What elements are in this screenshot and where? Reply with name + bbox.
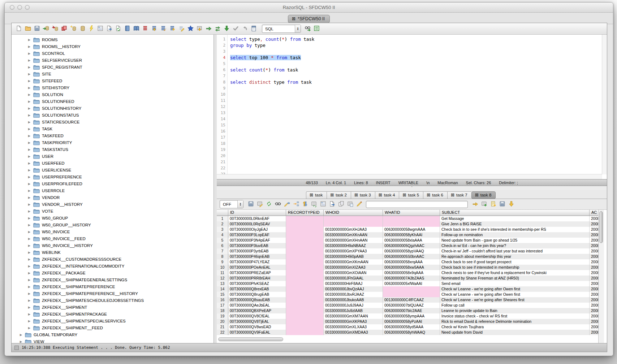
edit-filter-button[interactable] [256,200,264,208]
grid-cell[interactable]: 00T3000000P3yrbEAB [228,248,286,254]
code-line[interactable] [230,48,602,55]
grid-cell[interactable]: 2008 [590,281,599,286]
grid-cell[interactable] [286,216,324,221]
db-disconnect-button[interactable] [51,25,59,32]
grid-cell[interactable]: 00630000007blQUAAZ [383,303,440,308]
grid-row[interactable]: 100T3000000L0RknEAFGet Massage2008 [217,216,604,221]
grid-cell[interactable]: Check w/ Leanne - we're going after Shea… [440,297,590,303]
grid-cell[interactable]: 006300000058ympAAA [383,313,440,319]
disclosure-triangle-icon[interactable]: ▶ [27,148,31,151]
grid-cell[interactable] [286,303,324,308]
insert-node-button[interactable] [292,200,300,208]
grid-cell[interactable]: 0033000000GmXKPAA3 [324,319,383,324]
edit-arrow-button[interactable] [283,200,291,208]
grid-cell[interactable]: 0033000000JbvQzAAJ [324,286,383,292]
code-line[interactable] [230,91,602,98]
grid-cell[interactable] [286,308,324,313]
grid-row[interactable]: 1900T3000000QV8CfEAL0033000000GmXM7AAN00… [217,313,604,319]
statement-type-select[interactable]: SQL ▲▼ [262,25,301,33]
disclosure-triangle-icon[interactable]: ▶ [27,141,31,144]
grid-cell[interactable]: 2008 [590,330,599,335]
grid-cell[interactable]: Re-approach about membership this year [440,254,590,259]
disclosure-triangle-icon[interactable]: ▶ [27,182,31,186]
column-header-id[interactable]: ID [228,210,286,216]
disclosure-triangle-icon[interactable]: ▶ [27,93,31,96]
grid-cell[interactable]: 2008 [590,254,599,259]
grid-cell[interactable]: 0033000000JbvRJAAZ [324,292,383,297]
grid-cell[interactable]: 2008 [590,308,599,313]
grid-cell[interactable]: 0033000000GmXHJAA3 [324,227,383,232]
grid-cell[interactable]: 2008 [590,221,599,227]
grid-cell[interactable]: 00T3000000OiyJgEAJ [228,227,286,232]
grid-cell[interactable]: Check back to see if good target prospec… [440,259,590,265]
tree-item-vendor[interactable]: ▶VENDOR [12,194,213,201]
row-number-cell[interactable]: 7 [217,248,228,254]
grid-cell[interactable]: 00T3000000L0RknEAF [228,216,286,221]
row-number-cell[interactable]: 1 [217,216,228,221]
disclosure-triangle-icon[interactable]: ▶ [27,292,31,295]
column-header-whoid[interactable]: WHOID [324,210,383,216]
grid-row[interactable]: 1100T3000000PREZaEAP0033000000GmXOiAAN00… [217,270,604,276]
grid-cell[interactable]: 0033000000GmXMDAA3 [324,330,383,335]
grid-row[interactable]: 1800T3000000QBXPeEAP0033000000Ju9zlAAB00… [217,308,604,313]
disclosure-triangle-icon[interactable]: ▶ [27,326,31,330]
grid-cell[interactable]: 00630000005S0bnAAC [383,254,440,259]
editor-horizontal-scrollbar[interactable] [217,174,602,179]
close-tab-icon[interactable]: ⊠ [330,193,334,197]
disclosure-triangle-icon[interactable]: ▶ [27,113,31,117]
db-connect-button[interactable] [42,25,50,32]
view-glasses-button[interactable] [274,200,282,208]
split-divider[interactable] [214,35,217,343]
list-red-button[interactable] [142,25,149,32]
grid-cell[interactable]: 00T3000000PREZaEAP [228,270,286,276]
clipboard-button[interactable] [250,25,258,32]
row-number-cell[interactable]: 5 [217,238,228,243]
list-export-button[interactable] [151,25,158,32]
code-line[interactable] [230,122,602,128]
form-button[interactable] [319,200,327,208]
grid-cell[interactable]: 006300000058yhWAAQ [383,330,440,335]
result-tab-task-7[interactable]: ⊠task 7 [447,191,471,199]
row-number-cell[interactable]: 12 [217,276,228,281]
tree-item-w50_group[interactable]: ▶W50_GROUP [12,214,213,221]
grid-cell[interactable]: Check nexis to see if they've found a re… [440,270,590,276]
close-window-button[interactable] [10,5,14,10]
grid-row[interactable]: 400T3000000P3LopEAF0033000000GmXKnAAN006… [217,232,604,238]
tree-item-zkfedex__internationalcommodity[interactable]: ▶ZKFEDEX__INTERNATIONALCOMMODITY [12,263,213,269]
result-tab-task-3[interactable]: ⊠task 3 [351,191,375,199]
disclosure-triangle-icon[interactable]: ▶ [27,52,31,55]
grid-cell[interactable]: 0033000000Ju9zlAAB [324,308,383,313]
disclosure-triangle-icon[interactable]: ▶ [27,86,31,90]
grid-cell[interactable]: 0033000000GmXOiAAN [324,270,383,276]
grid-cell[interactable]: 00630000005QgzhAAC [383,243,440,248]
down-arrow-button[interactable] [223,25,230,32]
grid-cell[interactable]: Check w/ Leanne - we're going after Owen… [440,286,590,292]
grid-cell[interactable]: 0033000000GmXHnAAN [324,238,383,243]
sql-editor[interactable]: 1234567891011121314151617181920212223 se… [217,35,607,179]
result-tab-task-4[interactable]: ⊠task 4 [375,191,399,199]
swap-arrows-button[interactable] [214,25,221,32]
disclosure-triangle-icon[interactable]: ▶ [27,168,31,172]
close-tab-icon[interactable]: ⊠ [310,193,313,197]
page-export-button[interactable] [328,200,336,208]
tree-item-zkfedex__shipmatepreference[interactable]: ▶ZKFEDEX__SHIPMATEPREFERENCE [12,283,213,290]
grid-row[interactable]: 1000T3000000POeAnEAL0033000000GmXIZAA300… [217,265,604,270]
grid-cell[interactable]: 0033000000GmXKnAAN [324,232,383,238]
disclosure-triangle-icon[interactable]: ▶ [27,209,31,213]
commit-check-button[interactable] [232,25,240,32]
disclosure-triangle-icon[interactable]: ▶ [27,107,31,110]
disclosure-triangle-icon[interactable]: ▶ [27,38,31,42]
disclosure-triangle-icon[interactable]: ▶ [27,264,31,268]
tree-item-sfdc_registrant[interactable]: ▶SFDC_REGISTRANT [12,64,213,70]
grid-cell[interactable] [286,243,324,248]
column-header-whatid[interactable]: WHATID [383,210,440,216]
grid-cell[interactable]: 2008 [590,324,599,330]
tree-item-userpreference[interactable]: ▶USERPREFERENCE [12,173,213,180]
save-button[interactable] [33,25,41,32]
grid-cell[interactable] [286,297,324,303]
disclosure-triangle-icon[interactable]: ▶ [27,100,31,103]
grid-cell[interactable]: 0033000000H9i0pAAB [324,254,383,259]
grid-vscroll-thumb[interactable] [599,211,603,243]
tree-item-scontrol[interactable]: ▶SCONTROL [12,50,213,57]
tree-item-solution[interactable]: ▶SOLUTION [12,91,213,98]
